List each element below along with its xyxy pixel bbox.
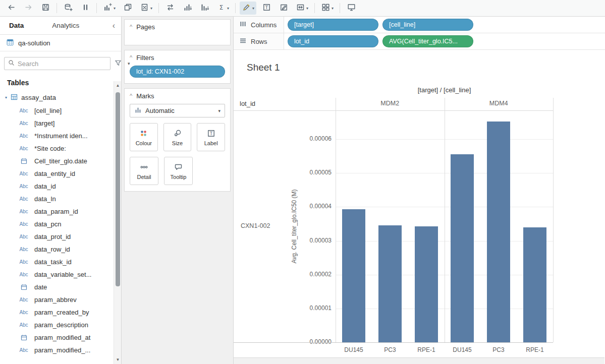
marks-card-title: Marks [136,92,154,100]
sort-ascending-button[interactable] [180,2,194,15]
category-label[interactable]: RPE-1 [406,346,447,353]
tables-header: Tables [0,74,121,91]
category-label[interactable]: PC3 [370,346,410,353]
tab-data[interactable]: Data [0,22,24,29]
presentation-mode-button[interactable] [344,2,358,15]
bar[interactable] [451,154,474,342]
fit-button[interactable]: ▾ [294,2,310,15]
field-label: [cell_line] [34,107,62,114]
field-row[interactable]: Abcparam_description [0,319,121,331]
filter-fields-icon[interactable] [115,59,122,68]
data-pane-scrollbar[interactable]: ▲ ▼ [114,81,121,364]
chevron-down-icon: ▾ [218,108,221,113]
datasource-row[interactable]: qa-solution [0,35,121,51]
rows-shelf-track[interactable]: lot_idAVG(Cell_titer_glo.IC5... [284,33,605,49]
field-row[interactable]: Abcdata_ln [0,193,121,205]
datasource-icon [7,39,14,47]
scrollbar-thumb[interactable] [116,92,120,286]
category-label[interactable]: DU145 [442,346,482,353]
category-label[interactable]: RPE-1 [515,346,555,353]
size-button[interactable]: Size [163,123,192,151]
totals-button[interactable]: Σ▾ [214,2,231,15]
datasource-name: qa-solution [18,39,50,47]
field-row[interactable]: Abc*Site code: [0,142,121,155]
new-worksheet-button[interactable]: ▾ [101,2,118,15]
search-box[interactable] [4,57,111,70]
filters-card-title: Filters [136,54,154,62]
field-row[interactable]: Abcdata_row_id [0,243,121,256]
label-button[interactable]: TLabel [197,123,225,151]
filters-card-header[interactable]: ^ Filters [125,50,230,65]
data-pane-menu-caret-icon[interactable]: ▾ [126,61,132,66]
bar[interactable] [487,122,510,342]
category-label[interactable]: DU145 [334,346,374,353]
column-header[interactable]: MDM4 [445,100,554,107]
mark-type-dropdown[interactable]: Automatic ▾ [130,104,225,117]
show-mark-labels-button[interactable]: T [259,2,273,15]
pause-auto-updates-button[interactable] [78,2,92,15]
field-row[interactable]: Abcdata_entity_id [0,167,121,180]
shelf-pill[interactable]: AVG(Cell_titer_glo.IC5... [382,35,473,47]
shelf-pill[interactable]: [cell_line] [382,19,473,31]
presentation-mode-icon [347,3,356,14]
undo-button[interactable] [4,2,18,15]
marks-card-header[interactable]: ^ Marks [125,89,230,103]
category-label[interactable]: PC3 [478,346,519,353]
field-row[interactable]: Abcdata_task_id [0,256,121,268]
table-row-assay-data[interactable]: ▾ assay_data [0,91,121,104]
field-row[interactable]: Abc[cell_line] [0,104,121,117]
collapse-table-icon[interactable]: ▾ [5,95,7,100]
field-row[interactable]: Abc*Instrument iden... [0,130,121,142]
show-hide-cards-button[interactable]: ▾ [319,2,336,15]
bar[interactable] [523,227,546,342]
string-field-icon: Abc [17,272,30,277]
detail-button[interactable]: Detail [130,157,158,185]
bar[interactable] [342,209,365,342]
colour-button[interactable]: Colour [130,123,158,151]
pages-card-body[interactable] [125,34,230,45]
field-row[interactable]: Abcparam_modified_... [0,344,121,356]
bar[interactable] [378,225,402,342]
fix-axes-button[interactable] [277,2,291,15]
field-label: param_created_by [34,309,89,316]
field-row[interactable]: Abcdata_prot_id [0,230,121,243]
duplicate-button[interactable] [121,2,135,15]
scroll-up-icon[interactable]: ▲ [114,83,122,88]
field-row[interactable]: date [0,281,121,293]
field-row[interactable]: Abcdata_variable_set... [0,268,121,281]
filter-pill[interactable]: lot_id: CXN1-002 [130,66,225,78]
save-button[interactable] [38,2,52,15]
collapse-pane-icon[interactable]: ‹ [106,22,121,30]
pages-card-header[interactable]: ^ Pages [125,20,230,34]
field-row[interactable]: param_modified_at [0,331,121,344]
shelf-pill[interactable]: [target] [288,19,378,31]
string-field-icon: Abc [17,322,30,328]
highlight-button[interactable]: ▾ [240,2,256,15]
tooltip-button[interactable]: Tooltip [164,157,193,185]
swap-rows-columns-button[interactable] [163,2,177,15]
shelf-pill[interactable]: lot_id [288,35,378,47]
scroll-down-icon[interactable]: ▼ [114,357,122,362]
mark-button-label: Colour [136,140,152,146]
field-row[interactable]: Abcparam_abbrev [0,293,121,306]
detail-icon [139,162,149,172]
search-input[interactable] [18,60,106,68]
field-row[interactable]: Abc[target] [0,117,121,130]
field-row[interactable]: Abcdata_param_id [0,205,121,218]
bar[interactable] [415,226,438,342]
field-row[interactable]: Abcdata_pcn [0,218,121,230]
field-row[interactable]: Cell_titer_glo.date [0,155,121,167]
columns-icon [239,21,247,29]
field-row[interactable]: Abcdata_id [0,180,121,193]
new-data-source-button[interactable] [61,2,75,15]
fix-axes-icon [279,3,289,14]
clear-sheet-button[interactable]: ▾ [138,2,154,15]
svg-text:Σ: Σ [219,4,224,11]
mark-button-label: Detail [137,174,151,180]
sort-descending-button[interactable] [197,2,211,15]
field-row[interactable]: Abcparam_created_by [0,306,121,319]
tab-analytics[interactable]: Analytics [52,22,79,29]
column-header[interactable]: MDM2 [336,100,445,107]
row-header-value[interactable]: CXN1-002 [241,222,270,229]
columns-shelf-track[interactable]: [target][cell_line] [284,17,605,33]
